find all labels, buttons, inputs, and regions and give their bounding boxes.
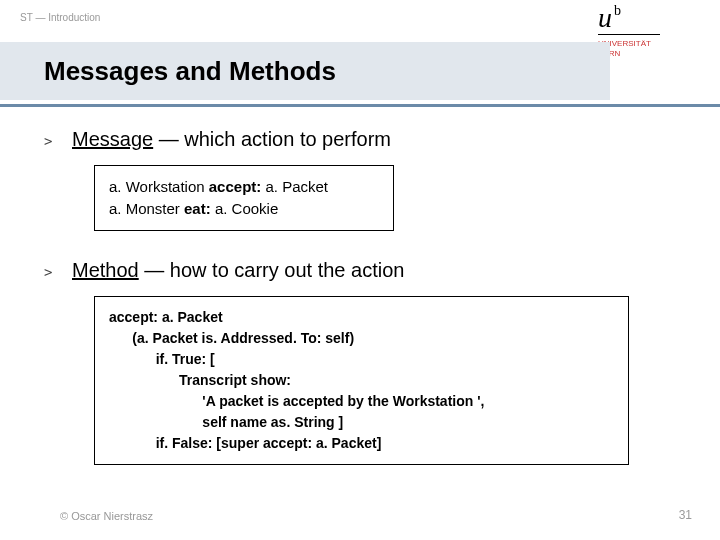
footer-copyright: © Oscar Nierstrasz (60, 510, 153, 522)
bullet-term: Method (72, 259, 139, 281)
code-line: 'A packet is accepted by the Workstation… (109, 391, 614, 412)
code-line: a. Monster eat: a. Cookie (109, 198, 379, 220)
code-line: a. Workstation accept: a. Packet (109, 176, 379, 198)
accent-bar (0, 104, 720, 107)
code-line: self name as. String ] (109, 412, 614, 433)
university-logo: ub UNIVERSITÄT BERN (598, 4, 698, 58)
bullet-term: Message (72, 128, 153, 150)
logo-text-2: BERN (598, 49, 698, 59)
header-label: ST — Introduction (20, 12, 100, 23)
bullet-text: Message — which action to perform (72, 128, 391, 151)
code-line: Transcript show: (109, 370, 614, 391)
code-box-method: accept: a. Packet (a. Packet is. Address… (94, 296, 629, 465)
slide-title: Messages and Methods (44, 56, 336, 87)
bullet-rest: — how to carry out the action (139, 259, 405, 281)
slide: ST — Introduction ub UNIVERSITÄT BERN Me… (0, 0, 720, 540)
logo-b: b (614, 3, 621, 18)
bullet-method: > Method — how to carry out the action (44, 259, 674, 282)
title-band: Messages and Methods (0, 42, 610, 100)
bullet-marker: > (44, 133, 72, 149)
bullet-text: Method — how to carry out the action (72, 259, 404, 282)
code-line: (a. Packet is. Addressed. To: self) (109, 328, 614, 349)
footer-page-number: 31 (679, 508, 692, 522)
logo-u: u (598, 4, 612, 32)
code-box-message: a. Workstation accept: a. Packet a. Mons… (94, 165, 394, 231)
code-line: accept: a. Packet (109, 307, 614, 328)
bullet-rest: — which action to perform (153, 128, 391, 150)
logo-text-1: UNIVERSITÄT (598, 39, 698, 49)
bullet-marker: > (44, 264, 72, 280)
code-line: if. False: [super accept: a. Packet] (109, 433, 614, 454)
content-area: > Message — which action to perform a. W… (44, 128, 674, 493)
logo-divider (598, 34, 660, 35)
bullet-message: > Message — which action to perform (44, 128, 674, 151)
code-line: if. True: [ (109, 349, 614, 370)
